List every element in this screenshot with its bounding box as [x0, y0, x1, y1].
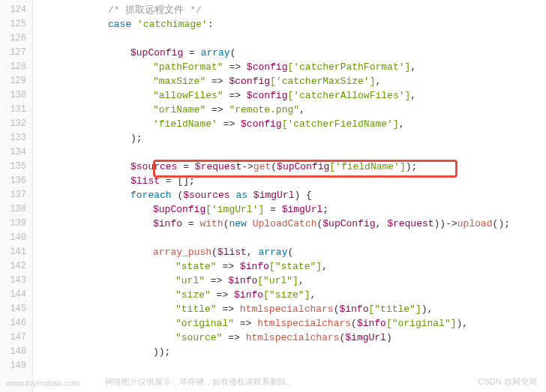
- code-line: ));: [33, 345, 546, 359]
- line-number: 134: [3, 145, 26, 160]
- code-line: "state" => $info["state"],: [33, 259, 546, 274]
- line-number: 130: [3, 88, 26, 103]
- code-line: "title" => htmlspecialchars($info["title…: [33, 302, 546, 316]
- code-line: $info = with(new UploadCatch($upConfig, …: [33, 217, 546, 231]
- line-number: 144: [3, 288, 26, 302]
- line-number: 138: [3, 202, 26, 217]
- line-number: 137: [3, 188, 26, 202]
- code-line: "allowFiles" => $config['catcherAllowFil…: [33, 88, 546, 103]
- code-line: );: [33, 131, 546, 145]
- code-line: "maxSize" => $config['catcherMaxSize'],: [33, 74, 546, 88]
- line-number: 147: [3, 331, 26, 345]
- line-number: 136: [3, 174, 26, 188]
- line-number-gutter: 124 125 126 127 128 129 130 131 132 133 …: [0, 0, 33, 392]
- code-line: 'fieldName' => $config['catcherFieldName…: [33, 117, 546, 131]
- line-number: 149: [3, 359, 26, 373]
- code-line: [33, 231, 546, 245]
- code-line: [33, 31, 546, 46]
- code-line: $sources = $request->get($upConfig['fiel…: [33, 160, 546, 174]
- line-number: 145: [3, 302, 26, 316]
- line-number: 125: [3, 17, 26, 31]
- line-number: 133: [3, 131, 26, 145]
- code-line: $upConfig = array(: [33, 46, 546, 60]
- watermark-disclaimer: 网络图片仅供展示，非存储，如有侵权请联系删除。: [105, 376, 295, 388]
- line-number: 129: [3, 74, 26, 88]
- code-line: "oriName" => "remote.png",: [33, 103, 546, 117]
- line-number: 143: [3, 274, 26, 288]
- line-number: 146: [3, 316, 26, 331]
- code-line: [33, 145, 546, 160]
- line-number: 139: [3, 217, 26, 231]
- watermark-site: www.toymoban.com: [6, 379, 80, 388]
- watermark-author: CSDN @网安周: [478, 376, 537, 388]
- code-line: "size" => $info["size"],: [33, 288, 546, 302]
- code-line: $list = [];: [33, 174, 546, 188]
- code-line: "source" => htmlspecialchars($imgUrl): [33, 331, 546, 345]
- code-line: "pathFormat" => $config['catcherPathForm…: [33, 60, 546, 74]
- line-number: 135: [3, 160, 26, 174]
- line-number: 127: [3, 46, 26, 60]
- code-line: [33, 359, 546, 373]
- code-line: "url" => $info["url"],: [33, 274, 546, 288]
- code-line: /* 抓取远程文件 */: [33, 3, 546, 17]
- code-line: "original" => htmlspecialchars($info["or…: [33, 316, 546, 331]
- code-area[interactable]: /* 抓取远程文件 */ case 'catchimage': $upConfi…: [33, 0, 546, 392]
- code-line: foreach ($sources as $imgUrl) {: [33, 188, 546, 202]
- code-line: case 'catchimage':: [33, 17, 546, 31]
- code-viewer: 124 125 126 127 128 129 130 131 132 133 …: [0, 0, 546, 392]
- line-number: 131: [3, 103, 26, 117]
- line-number: 140: [3, 231, 26, 245]
- line-number: 128: [3, 60, 26, 74]
- line-number: 124: [3, 3, 26, 17]
- code-line: $upConfig['imgUrl'] = $imgUrl;: [33, 202, 546, 217]
- line-number: 142: [3, 259, 26, 274]
- line-number: 126: [3, 31, 26, 46]
- line-number: 132: [3, 117, 26, 131]
- line-number: 141: [3, 245, 26, 259]
- line-number: 148: [3, 345, 26, 359]
- code-line: array_push($list, array(: [33, 245, 546, 259]
